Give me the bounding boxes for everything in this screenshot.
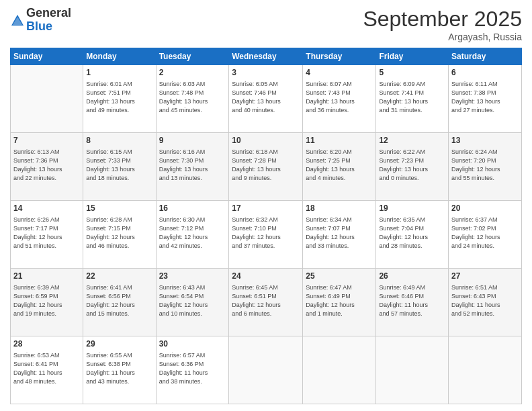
table-row: 5Sunrise: 6:09 AMSunset: 7:41 PMDaylight… <box>376 65 449 133</box>
table-row: 10Sunrise: 6:18 AMSunset: 7:28 PMDayligh… <box>229 133 303 201</box>
table-row: 22Sunrise: 6:41 AMSunset: 6:56 PMDayligh… <box>83 269 156 336</box>
day-number: 20 <box>451 203 519 214</box>
col-wednesday: Wednesday <box>229 48 303 65</box>
day-info: Sunrise: 6:41 AMSunset: 6:56 PMDaylight:… <box>86 283 152 318</box>
title-block: September 2025 Argayash, Russia <box>363 7 522 42</box>
table-row: 12Sunrise: 6:22 AMSunset: 7:23 PMDayligh… <box>376 133 449 201</box>
month-title: September 2025 <box>363 7 522 32</box>
day-info: Sunrise: 6:26 AMSunset: 7:17 PMDaylight:… <box>13 216 80 250</box>
table-row: 6Sunrise: 6:11 AMSunset: 7:38 PMDaylight… <box>449 65 522 133</box>
table-row: 19Sunrise: 6:35 AMSunset: 7:04 PMDayligh… <box>376 201 449 269</box>
day-number: 23 <box>159 271 226 282</box>
calendar-table: Sunday Monday Tuesday Wednesday Thursday… <box>10 48 522 404</box>
day-info: Sunrise: 6:47 AMSunset: 6:49 PMDaylight:… <box>306 283 373 318</box>
day-info: Sunrise: 6:45 AMSunset: 6:51 PMDaylight:… <box>232 283 300 318</box>
table-row: 2Sunrise: 6:03 AMSunset: 7:48 PMDaylight… <box>156 65 229 133</box>
calendar-week-row: 1Sunrise: 6:01 AMSunset: 7:51 PMDaylight… <box>11 65 522 133</box>
day-number: 1 <box>86 67 152 79</box>
table-row: 15Sunrise: 6:28 AMSunset: 7:15 PMDayligh… <box>83 201 156 269</box>
day-number: 25 <box>306 271 373 282</box>
day-number: 19 <box>379 203 445 214</box>
table-row <box>11 65 83 133</box>
day-number: 14 <box>13 203 80 214</box>
day-number: 21 <box>13 271 80 282</box>
day-number: 3 <box>232 67 300 79</box>
day-info: Sunrise: 6:09 AMSunset: 7:41 PMDaylight:… <box>379 80 445 115</box>
col-thursday: Thursday <box>303 48 376 65</box>
table-row: 16Sunrise: 6:30 AMSunset: 7:12 PMDayligh… <box>156 201 229 269</box>
day-number: 4 <box>306 67 373 79</box>
day-info: Sunrise: 6:57 AMSunset: 6:36 PMDaylight:… <box>159 351 226 386</box>
day-number: 6 <box>451 67 519 79</box>
day-info: Sunrise: 6:01 AMSunset: 7:51 PMDaylight:… <box>86 80 152 115</box>
col-monday: Monday <box>83 48 156 65</box>
day-number: 10 <box>232 135 300 146</box>
day-number: 30 <box>159 338 226 350</box>
day-number: 11 <box>306 135 373 146</box>
day-info: Sunrise: 6:49 AMSunset: 6:46 PMDaylight:… <box>379 283 445 318</box>
day-number: 9 <box>159 135 226 146</box>
day-info: Sunrise: 6:55 AMSunset: 6:38 PMDaylight:… <box>86 351 152 386</box>
calendar-header-row: Sunday Monday Tuesday Wednesday Thursday… <box>11 48 522 65</box>
day-number: 8 <box>86 135 152 146</box>
day-info: Sunrise: 6:13 AMSunset: 7:36 PMDaylight:… <box>13 148 80 183</box>
table-row: 14Sunrise: 6:26 AMSunset: 7:17 PMDayligh… <box>11 201 83 269</box>
day-number: 2 <box>159 67 226 79</box>
table-row: 13Sunrise: 6:24 AMSunset: 7:20 PMDayligh… <box>449 133 522 201</box>
day-info: Sunrise: 6:51 AMSunset: 6:43 PMDaylight:… <box>451 283 519 318</box>
day-info: Sunrise: 6:53 AMSunset: 6:41 PMDaylight:… <box>13 351 80 386</box>
day-number: 29 <box>86 338 152 350</box>
calendar-week-row: 21Sunrise: 6:39 AMSunset: 6:59 PMDayligh… <box>11 269 522 336</box>
calendar-week-row: 28Sunrise: 6:53 AMSunset: 6:41 PMDayligh… <box>11 336 522 404</box>
day-info: Sunrise: 6:35 AMSunset: 7:04 PMDaylight:… <box>379 216 445 250</box>
table-row: 21Sunrise: 6:39 AMSunset: 6:59 PMDayligh… <box>11 269 83 336</box>
day-info: Sunrise: 6:05 AMSunset: 7:46 PMDaylight:… <box>232 80 300 115</box>
day-info: Sunrise: 6:20 AMSunset: 7:25 PMDaylight:… <box>306 148 373 183</box>
table-row: 9Sunrise: 6:16 AMSunset: 7:30 PMDaylight… <box>156 133 229 201</box>
day-info: Sunrise: 6:07 AMSunset: 7:43 PMDaylight:… <box>306 80 373 115</box>
table-row: 11Sunrise: 6:20 AMSunset: 7:25 PMDayligh… <box>303 133 376 201</box>
table-row: 4Sunrise: 6:07 AMSunset: 7:43 PMDaylight… <box>303 65 376 133</box>
col-tuesday: Tuesday <box>156 48 229 65</box>
day-info: Sunrise: 6:16 AMSunset: 7:30 PMDaylight:… <box>159 148 226 183</box>
col-sunday: Sunday <box>11 48 83 65</box>
day-number: 12 <box>379 135 445 146</box>
day-number: 28 <box>13 338 80 350</box>
day-info: Sunrise: 6:15 AMSunset: 7:33 PMDaylight:… <box>86 148 152 183</box>
day-info: Sunrise: 6:39 AMSunset: 6:59 PMDaylight:… <box>13 283 80 318</box>
day-info: Sunrise: 6:24 AMSunset: 7:20 PMDaylight:… <box>451 148 519 183</box>
table-row: 20Sunrise: 6:37 AMSunset: 7:02 PMDayligh… <box>449 201 522 269</box>
table-row <box>303 336 376 404</box>
table-row: 27Sunrise: 6:51 AMSunset: 6:43 PMDayligh… <box>449 269 522 336</box>
table-row: 29Sunrise: 6:55 AMSunset: 6:38 PMDayligh… <box>83 336 156 404</box>
table-row: 25Sunrise: 6:47 AMSunset: 6:49 PMDayligh… <box>303 269 376 336</box>
logo: General Blue <box>10 7 71 34</box>
table-row: 28Sunrise: 6:53 AMSunset: 6:41 PMDayligh… <box>11 336 83 404</box>
day-number: 22 <box>86 271 152 282</box>
day-info: Sunrise: 6:37 AMSunset: 7:02 PMDaylight:… <box>451 216 519 250</box>
table-row: 26Sunrise: 6:49 AMSunset: 6:46 PMDayligh… <box>376 269 449 336</box>
table-row: 23Sunrise: 6:43 AMSunset: 6:54 PMDayligh… <box>156 269 229 336</box>
day-number: 15 <box>86 203 152 214</box>
day-info: Sunrise: 6:22 AMSunset: 7:23 PMDaylight:… <box>379 148 445 183</box>
table-row: 24Sunrise: 6:45 AMSunset: 6:51 PMDayligh… <box>229 269 303 336</box>
table-row <box>376 336 449 404</box>
page-header: General Blue September 2025 Argayash, Ru… <box>10 7 522 42</box>
location: Argayash, Russia <box>363 32 522 42</box>
day-number: 24 <box>232 271 300 282</box>
day-number: 26 <box>379 271 445 282</box>
day-number: 18 <box>306 203 373 214</box>
table-row <box>449 336 522 404</box>
table-row: 17Sunrise: 6:32 AMSunset: 7:10 PMDayligh… <box>229 201 303 269</box>
day-info: Sunrise: 6:28 AMSunset: 7:15 PMDaylight:… <box>86 216 152 250</box>
table-row: 1Sunrise: 6:01 AMSunset: 7:51 PMDaylight… <box>83 65 156 133</box>
logo-icon <box>10 13 25 28</box>
table-row: 8Sunrise: 6:15 AMSunset: 7:33 PMDaylight… <box>83 133 156 201</box>
day-info: Sunrise: 6:32 AMSunset: 7:10 PMDaylight:… <box>232 216 300 250</box>
day-number: 27 <box>451 271 519 282</box>
logo-blue-text: Blue <box>26 20 71 34</box>
day-info: Sunrise: 6:11 AMSunset: 7:38 PMDaylight:… <box>451 80 519 115</box>
calendar-week-row: 7Sunrise: 6:13 AMSunset: 7:36 PMDaylight… <box>11 133 522 201</box>
logo-general-text: General <box>26 7 71 20</box>
table-row: 18Sunrise: 6:34 AMSunset: 7:07 PMDayligh… <box>303 201 376 269</box>
